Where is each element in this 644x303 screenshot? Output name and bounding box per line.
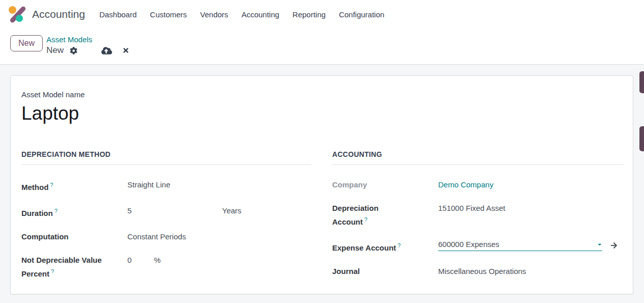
method-label: Method? (21, 179, 127, 193)
field-row-method: Method? Straight Line (21, 179, 311, 193)
page: Accounting Dashboard Customers Vendors A… (0, 0, 644, 303)
computation-select[interactable]: Constant Periods (127, 231, 311, 242)
logo-orange-dot (9, 6, 16, 14)
control-panel: New Asset Models New (0, 29, 644, 65)
side-edge-pill-bottom[interactable] (639, 126, 644, 151)
method-select[interactable]: Straight Line (127, 179, 311, 190)
field-row-company: Company Demo Company (332, 179, 624, 190)
app-name[interactable]: Accounting (32, 8, 85, 20)
help-icon: ? (51, 268, 54, 274)
field-row-journal: Journal Miscellaneous Operations (332, 266, 624, 277)
nav-item-configuration[interactable]: Configuration (332, 6, 391, 23)
nav-menu: Dashboard Customers Vendors Accounting R… (93, 6, 391, 23)
breadcrumb-parent-link[interactable]: Asset Models (46, 35, 92, 44)
main-content: Asset Model name Laptop DEPRECIATION MET… (0, 65, 644, 303)
depreciation-account-input[interactable]: 151000 Fixed Asset (438, 203, 624, 214)
breadcrumb-current: New (46, 45, 64, 56)
duration-unit-select[interactable]: Years (222, 205, 242, 216)
field-row-duration: Duration? 5 Years (21, 205, 311, 219)
nav-item-customers[interactable]: Customers (143, 6, 194, 23)
discard-close-icon[interactable] (122, 47, 129, 54)
accounting-section: ACCOUNTING Company Demo Company Deprecia… (332, 150, 624, 292)
duration-label: Duration? (21, 205, 127, 219)
side-edge-pill-top[interactable] (639, 71, 644, 93)
section-title-depreciation-method: DEPRECIATION METHOD (21, 150, 311, 165)
nav-item-reporting[interactable]: Reporting (286, 6, 332, 23)
field-row-expense-account: Expense Account? 600000 Expenses (332, 240, 624, 254)
field-row-depreciation-account: Depreciation Account? 151000 Fixed Asset (332, 203, 624, 228)
help-icon: ? (50, 182, 53, 188)
save-cloud-upload-icon[interactable] (101, 46, 112, 55)
field-row-not-depreciable-value-percent: Not Depreciable Value Percent? 0 % (21, 255, 311, 280)
accounting-app-logo-icon[interactable] (8, 5, 28, 24)
breadcrumb: Asset Models New (46, 35, 129, 56)
company-link[interactable]: Demo Company (438, 179, 493, 190)
help-icon: ? (397, 242, 400, 249)
not-depreciable-value-percent-label: Not Depreciable Value Percent? (21, 255, 127, 280)
not-depreciable-value-input[interactable]: 0 (127, 255, 154, 266)
asset-model-name-label: Asset Model name (21, 90, 622, 99)
asset-model-form-card: Asset Model name Laptop DEPRECIATION MET… (10, 75, 633, 294)
asset-model-name-input[interactable]: Laptop (21, 102, 622, 125)
top-navbar: Accounting Dashboard Customers Vendors A… (0, 0, 644, 29)
company-label: Company (332, 179, 438, 190)
field-row-computation: Computation Constant Periods (21, 231, 311, 242)
help-icon: ? (364, 216, 367, 223)
nav-item-vendors[interactable]: Vendors (194, 6, 235, 23)
depreciation-method-section: DEPRECIATION METHOD Method? Straight Lin… (21, 150, 311, 292)
expense-account-label: Expense Account? (332, 240, 438, 254)
computation-label: Computation (21, 231, 127, 242)
help-icon: ? (55, 208, 58, 214)
caret-down-icon[interactable] (597, 242, 602, 247)
gear-icon[interactable] (70, 47, 77, 54)
nav-item-dashboard[interactable]: Dashboard (93, 6, 143, 23)
section-title-accounting: ACCOUNTING (332, 150, 624, 165)
dirty-record-indicator (101, 46, 129, 55)
new-button[interactable]: New (10, 35, 43, 51)
nav-item-accounting[interactable]: Accounting (235, 6, 286, 23)
expense-account-input[interactable]: 600000 Expenses (438, 240, 602, 251)
internal-link-arrow-icon[interactable] (610, 242, 618, 249)
depreciation-account-label: Depreciation Account? (332, 203, 398, 228)
journal-label: Journal (332, 266, 438, 277)
percent-sign: % (154, 255, 160, 266)
duration-input[interactable]: 5 (127, 205, 222, 216)
journal-input[interactable]: Miscellaneous Operations (438, 266, 624, 277)
logo-teal-dot (16, 15, 23, 22)
